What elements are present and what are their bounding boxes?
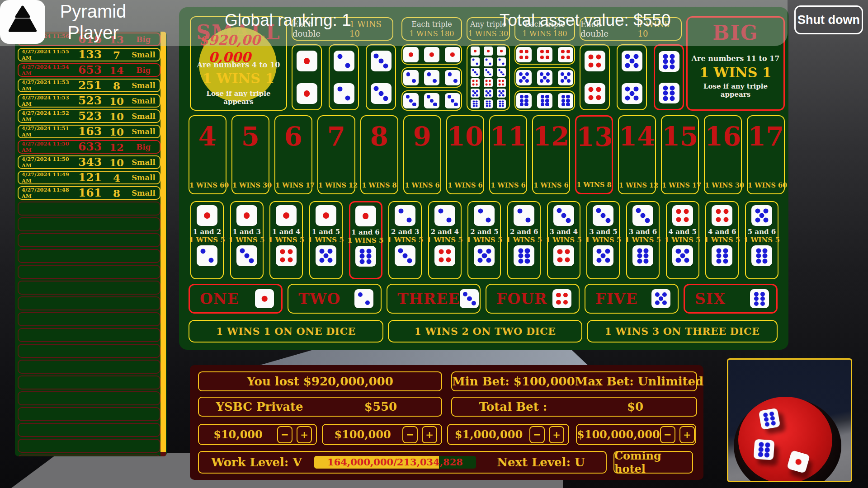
bet-total-9[interactable]: 91 WINS 6 [403,115,441,194]
die-6-icon [759,408,781,430]
bet-combo-1-5[interactable]: 1 and 51 WINS 5 [309,201,343,279]
bet-single-five[interactable]: FIVE [585,284,679,314]
bet-combo-4-6[interactable]: 4 and 61 WINS 5 [705,201,739,279]
bet-combo-1-2[interactable]: 1 and 21 WINS 5 [190,201,224,279]
chip-1000000[interactable]: $1,000,000−+ [447,424,569,445]
chip-100000[interactable]: $100,000−+ [322,424,442,445]
bet-combo-3-5[interactable]: 3 and 51 WINS 5 [586,201,620,279]
history-row: 4/27/2024 11:51 AM16310Small [18,125,160,138]
history-row-empty [18,328,160,342]
shutdown-button[interactable]: Shut down [794,5,863,34]
bet-single-three[interactable]: THREE [387,284,481,314]
die-6-icon [712,245,732,266]
bet-combo-2-3[interactable]: 2 and 31 WINS 5 [388,201,422,279]
bet-single-six[interactable]: SIX [684,284,778,314]
history-scrollbar[interactable] [160,32,166,452]
bet-total-6[interactable]: 61 WINS 17 [274,115,312,194]
bet-double-6[interactable] [654,44,684,110]
decrease-bet-button[interactable]: − [277,426,292,443]
bet-combo-2-4[interactable]: 2 and 41 WINS 5 [428,201,462,279]
bet-combo-3-4[interactable]: 3 and 41 WINS 5 [547,201,580,279]
die-4-icon [552,289,571,308]
history-time: 4/27/2024 11:53 AM [19,94,74,107]
bet-triple-1[interactable] [401,44,462,65]
combo-odds: 1 WINS 5 [189,236,225,244]
bet-total-4[interactable]: 41 WINS 60 [189,115,226,194]
total-odds: 1 WINS 8 [576,181,612,188]
bet-combo-3-6[interactable]: 3 and 61 WINS 5 [626,201,660,279]
die-3-icon [632,205,653,226]
history-time: 4/27/2024 11:51 AM [19,125,74,138]
die-1-icon [297,51,317,71]
bet-combo-2-5[interactable]: 2 and 51 WINS 5 [467,201,501,279]
bet-total-12[interactable]: 121 WINS 6 [532,115,570,194]
total-number: 14 [619,122,655,150]
max-bet: Max Bet: Unlimited [575,375,703,388]
increase-bet-button[interactable]: + [679,426,695,443]
decrease-bet-button[interactable]: − [402,426,418,443]
bet-triple-6[interactable] [514,90,575,111]
bet-single-two[interactable]: TWO [288,284,382,314]
bet-total-14[interactable]: 141 WINS 12 [618,115,656,194]
increase-bet-button[interactable]: + [549,426,564,443]
increase-bet-button[interactable]: + [297,426,312,443]
decrease-bet-button[interactable]: − [660,426,675,443]
combo-odds: 1 WINS 5 [348,236,384,244]
history-row-empty [18,265,160,279]
coming-hotel-label: Coming hotel [614,449,692,475]
history-roll: 653 [74,65,106,75]
small-note: Lose if any triple appears [191,89,286,106]
total-asset-value: Total asset value: $550 [500,11,670,30]
bet-combo-1-3[interactable]: 1 and 31 WINS 5 [230,201,264,279]
bet-triple-2[interactable] [401,67,462,88]
history-roll: 133 [74,50,106,60]
bet-total-10[interactable]: 101 WINS 6 [446,115,484,194]
total-number: 8 [361,122,397,150]
history-total: 10 [106,126,127,138]
bet-combo-1-4[interactable]: 1 and 41 WINS 5 [269,201,303,279]
bet-combo-1-6[interactable]: 1 and 61 WINS 5 [349,201,382,279]
bet-single-four[interactable]: FOUR [486,284,580,314]
bet-total-16[interactable]: 161 WINS 30 [704,115,742,194]
bet-total-13[interactable]: 131 WINS 8 [575,115,613,194]
bet-combo-5-6[interactable]: 5 and 61 WINS 5 [745,201,778,279]
bet-total-11[interactable]: 111 WINS 6 [489,115,527,194]
bet-combo-2-6[interactable]: 2 and 61 WINS 5 [507,201,541,279]
total-odds: 1 WINS 30 [705,181,741,189]
die-3-icon [593,205,613,226]
die-5-icon [497,89,506,98]
level-progress-text: 164,000,000/213,034,828 [314,456,476,469]
bet-total-17[interactable]: 171 WINS 60 [747,115,785,194]
bet-total-7[interactable]: 71 WINS 12 [317,115,355,194]
bet-total-15[interactable]: 151 WINS 17 [661,115,699,194]
combo-label: 4 and 6 [708,228,736,236]
bet-triple-3[interactable] [401,90,462,111]
coming-hotel-button[interactable]: Coming hotel [613,451,693,474]
bet-single-one[interactable]: ONE [189,284,283,314]
history-total: 12 [106,141,127,153]
die-5-icon [316,245,336,266]
bet-combo-4-5[interactable]: 4 and 51 WINS 5 [666,201,699,279]
bet-double-5[interactable] [617,44,647,110]
die-3-icon [403,93,419,108]
history-roll: 523 [74,111,106,121]
decrease-bet-button[interactable]: − [529,426,545,443]
bet-triple-5[interactable] [514,67,575,88]
combo-odds: 1 WINS 5 [744,236,780,244]
bet-double-3[interactable] [366,44,396,110]
history-row-empty [18,344,160,358]
bet-total-5[interactable]: 51 WINS 30 [231,115,269,194]
die-1-icon [255,289,274,308]
pyramid-logo [0,0,45,44]
increase-bet-button[interactable]: + [422,426,437,443]
bet-double-4[interactable] [580,44,610,110]
bet-double-1[interactable] [292,44,322,110]
bet-any-triple[interactable] [467,44,510,111]
bet-double-2[interactable] [329,44,359,110]
history-time: 4/27/2024 11:54 AM [19,64,74,76]
bet-triple-4[interactable] [514,44,575,65]
chip-100000000[interactable]: $100,000,000−+ [576,424,696,445]
chip-10000[interactable]: $10,000−+ [198,424,317,445]
die-3-icon [445,93,460,108]
bet-total-8[interactable]: 81 WINS 8 [360,115,398,194]
